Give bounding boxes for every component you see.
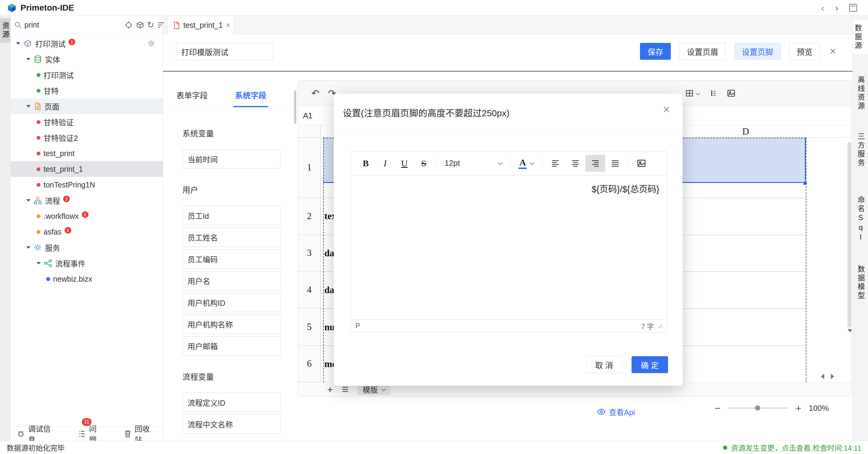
resize-handle-icon[interactable]	[657, 324, 662, 328]
italic-button[interactable]: I	[375, 155, 395, 172]
rail-tab-resources[interactable]: 资源	[0, 18, 10, 43]
chevron-down-icon[interactable]	[36, 262, 41, 264]
rail-tab-offline-resources[interactable]: 离线资源	[856, 72, 865, 115]
editor-tab-test-print-1[interactable]: test_print_1 ×	[167, 16, 234, 34]
grid-corner[interactable]	[298, 125, 321, 138]
tree-item-page[interactable]: tonTestPring1N	[10, 177, 163, 193]
search-input[interactable]	[25, 21, 122, 29]
richtext-content[interactable]: ${页码}/${总页码}	[351, 175, 667, 319]
refresh-icon[interactable]: ↻	[147, 19, 154, 31]
tree-item-process-events[interactable]: 流程事件	[10, 255, 163, 271]
chevron-down-icon[interactable]	[16, 42, 20, 45]
tree-item-processes[interactable]: 流程 1	[10, 193, 163, 208]
filter-list-icon[interactable]	[156, 19, 165, 31]
zoom-slider-knob[interactable]	[755, 406, 760, 411]
active-cell-reference[interactable]: A1	[303, 106, 313, 125]
tree-item-page[interactable]: 甘特验证	[10, 114, 163, 130]
tree-item-entity[interactable]: 打印测试	[10, 67, 163, 83]
align-center-button[interactable]	[565, 155, 585, 172]
row-header[interactable]: 4	[298, 271, 320, 309]
template-name-input[interactable]	[176, 43, 273, 60]
underline-button[interactable]: U	[395, 155, 414, 172]
locate-icon[interactable]	[124, 19, 133, 31]
font-size-select[interactable]: 12pt	[440, 159, 507, 168]
rail-tab-named-sql[interactable]: 命名Sql	[856, 192, 865, 246]
field-chip[interactable]: 员工姓名	[182, 228, 281, 247]
package-icon[interactable]	[135, 19, 145, 31]
close-icon[interactable]: ×	[226, 21, 230, 30]
font-color-button[interactable]: A	[513, 157, 539, 169]
field-chip[interactable]: 流程定义ID	[182, 393, 281, 412]
row-header[interactable]: 5	[298, 309, 320, 346]
nav-forward-icon[interactable]: ›	[835, 3, 838, 13]
field-chip[interactable]: 员工Id	[182, 206, 281, 225]
field-chip[interactable]: 员工编码	[182, 249, 281, 269]
field-chip[interactable]: 当前时间	[182, 150, 281, 169]
insert-image-button[interactable]	[631, 155, 651, 172]
field-chip[interactable]: 流程中文名称	[182, 415, 281, 434]
row-header[interactable]: 6	[298, 346, 320, 382]
chevron-down-icon[interactable]	[26, 58, 31, 60]
row-headers[interactable]: 1 2 3 4 5 6	[298, 138, 321, 382]
set-header-button[interactable]: 设置页眉	[679, 43, 726, 60]
row-header[interactable]: 1	[298, 138, 320, 198]
rail-tab-datasource[interactable]: 数据源	[853, 21, 868, 54]
zoom-slider[interactable]	[728, 408, 788, 409]
row-header[interactable]: 3	[298, 235, 320, 271]
save-button[interactable]: 保存	[640, 43, 671, 60]
merge-cells-button[interactable]	[685, 89, 700, 97]
bold-button[interactable]: B	[356, 155, 375, 172]
view-api-link[interactable]: 查看Api	[597, 406, 635, 417]
tree-item-workflow[interactable]: .workflowx 1	[10, 208, 163, 224]
cancel-button[interactable]: 取 消	[586, 356, 622, 373]
selection-fill-handle[interactable]	[803, 181, 807, 185]
tree-item-services[interactable]: 服务	[10, 240, 163, 255]
close-icon[interactable]: ×	[663, 103, 670, 115]
scroll-right-icon[interactable]	[831, 374, 834, 379]
tree-item-page-selected[interactable]: test_print_1	[10, 161, 163, 177]
tree-item-entity[interactable]: 甘特	[10, 83, 163, 98]
align-left-button[interactable]	[546, 155, 565, 172]
row-header[interactable]: 2	[298, 198, 320, 235]
field-chip[interactable]: 用户邮箱	[182, 336, 281, 356]
resource-change-notice[interactable]: 资源发生变更，点击查看,检查时间:14:11	[723, 442, 861, 453]
zoom-in-button[interactable]: +	[796, 403, 802, 413]
zoom-out-button[interactable]: −	[715, 403, 721, 413]
chevron-down-icon[interactable]	[26, 246, 31, 249]
window-layout-icon[interactable]	[849, 4, 857, 12]
add-sheet-button[interactable]: +	[327, 384, 333, 394]
column-header-d[interactable]: D	[715, 125, 776, 138]
confirm-button[interactable]: 确 定	[631, 356, 668, 373]
scroll-left-icon[interactable]	[821, 374, 824, 379]
close-icon[interactable]: ×	[830, 45, 836, 58]
strikethrough-button[interactable]: S	[414, 155, 433, 172]
rail-tab-third-party-services[interactable]: 三方服务	[856, 129, 865, 171]
sheet-list-icon[interactable]	[341, 385, 349, 394]
chevron-down-icon[interactable]	[26, 105, 31, 107]
tree-item-pages[interactable]: 页面	[10, 98, 163, 114]
chevron-down-icon[interactable]	[381, 387, 386, 391]
tree-item-page[interactable]: test_print	[10, 145, 163, 161]
undo-icon[interactable]: ↶	[311, 88, 319, 99]
tree-item-page[interactable]: 甘特验证2	[10, 130, 163, 145]
align-justify-button[interactable]	[605, 155, 625, 172]
tree-item-entities[interactable]: 实体	[10, 51, 163, 67]
scroll-down-button[interactable]	[847, 332, 851, 338]
tab-system-fields[interactable]: 系统字段	[235, 83, 267, 107]
chevron-down-icon[interactable]	[26, 199, 31, 202]
project-sync-icon[interactable]	[147, 39, 156, 48]
nav-back-icon[interactable]: ‹	[821, 3, 825, 13]
field-chip[interactable]: 用户机构ID	[182, 293, 281, 312]
align-right-button[interactable]	[585, 155, 605, 172]
preview-button[interactable]: 预览	[789, 43, 820, 60]
insert-image-button[interactable]	[727, 89, 736, 98]
rail-tab-data-model[interactable]: 数据模型	[856, 262, 865, 304]
set-footer-button[interactable]: 设置页脚	[734, 43, 781, 60]
vertical-scrollbar[interactable]	[847, 142, 851, 327]
tree-item-bizx[interactable]: newbiz.bizx	[10, 271, 163, 287]
field-chip[interactable]: 用户机构名称	[182, 315, 281, 334]
field-chip[interactable]: 用户名	[182, 271, 281, 290]
tree-item-workflow[interactable]: asfas 1	[10, 224, 163, 240]
tree-item-project[interactable]: 打印测试 1	[10, 36, 163, 51]
freeze-pane-button[interactable]	[709, 89, 717, 97]
